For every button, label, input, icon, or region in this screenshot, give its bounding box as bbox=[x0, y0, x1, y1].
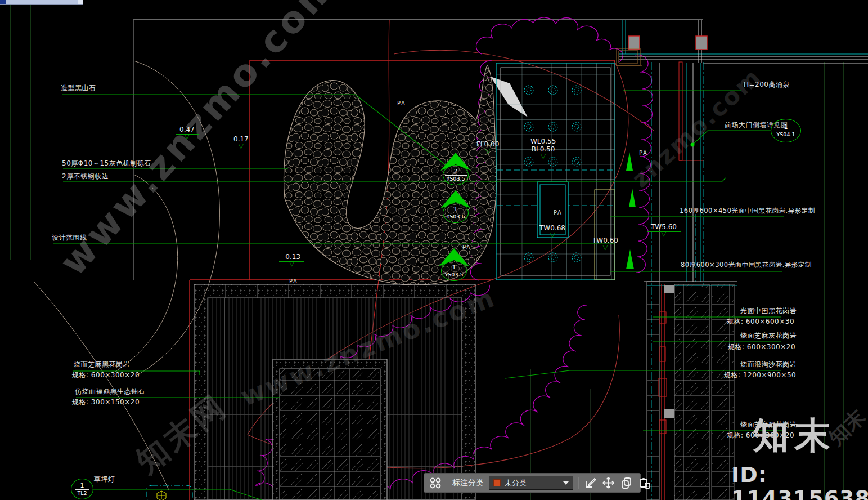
label-eco-stone-spec: 规格: 300×150×20 bbox=[72, 399, 140, 406]
section-marker: 2YS03.5 bbox=[440, 152, 471, 185]
wall-pad bbox=[664, 409, 674, 418]
label-fountain: H=200高涌泉 bbox=[744, 81, 790, 88]
label-lawn-lamp: 草坪灯 bbox=[94, 476, 115, 483]
label-granite-160: 160厚600×450光面中国黑花岗岩,异形定制 bbox=[680, 207, 815, 215]
elevation-marker: TW0.68▽ bbox=[536, 225, 569, 238]
cad-viewport[interactable]: www.znzmo.com www.znzmo.com 知末网 znzmo.co… bbox=[0, 0, 868, 500]
apps-icon[interactable] bbox=[429, 475, 442, 490]
triangle-icon: ▽ bbox=[550, 233, 555, 238]
elevation-marker: FL0.00▽ bbox=[473, 141, 503, 154]
shrub-markers bbox=[626, 152, 636, 269]
copy-icon[interactable] bbox=[620, 475, 633, 490]
window-titlebar-sliver bbox=[0, 0, 83, 5]
elevation-marker: TW0.60▽ bbox=[588, 237, 622, 250]
paste-icon[interactable] bbox=[638, 475, 651, 490]
triangle-icon: ▽ bbox=[185, 134, 190, 139]
category-dropdown[interactable]: 未分类 bbox=[489, 476, 573, 490]
window-icon bbox=[0, 0, 6, 4]
site-logo: 知末 bbox=[753, 417, 836, 454]
elevation-marker: -0.13▽ bbox=[279, 253, 304, 266]
elevation-marker: 0.17▽ bbox=[230, 136, 253, 149]
label-sesame-grey-spec: 规格: 600×300×20 bbox=[728, 343, 795, 351]
label-china-black-spec: 规格: 600×600×30 bbox=[727, 318, 794, 325]
center-inlay-paving bbox=[273, 359, 387, 500]
triangle-icon: ▽ bbox=[239, 144, 244, 149]
detail-bubble: 1YS04.1 bbox=[771, 119, 801, 142]
pa-label: PA bbox=[554, 209, 562, 216]
elevation-marker: TW5.60▽ bbox=[647, 224, 681, 236]
gate-pier bbox=[696, 36, 707, 50]
elevation-marker: 0.47▽ bbox=[176, 126, 199, 139]
edit-icon[interactable] bbox=[584, 475, 597, 490]
toolbar-divider bbox=[447, 477, 447, 489]
label-langtaosha: 烧面浪淘沙花岗岩 bbox=[740, 361, 797, 368]
pa-label: PA bbox=[289, 278, 298, 284]
wall-section-strip bbox=[644, 282, 737, 500]
label-gravel: 50厚Φ10～15灰色机制砾石 bbox=[62, 160, 151, 167]
triangle-icon: ▽ bbox=[289, 261, 294, 266]
triangle-icon: ▽ bbox=[602, 245, 608, 250]
pa-label: PA bbox=[397, 100, 406, 106]
chevron-down-icon bbox=[563, 481, 569, 485]
rockery-pebble-area bbox=[284, 65, 528, 285]
annotation-toolbar: 标注分类 未分类 bbox=[424, 473, 641, 493]
label-sesame-grey: 烧面芝麻灰花岗岩 bbox=[740, 332, 797, 340]
section-marker: 1YS03.5 bbox=[438, 248, 470, 281]
triangle-icon: ▽ bbox=[485, 149, 491, 154]
label-granite-80: 80厚600×300光面中国黑花岗岩,异形定制 bbox=[681, 261, 812, 269]
toolbar-divider bbox=[578, 477, 579, 489]
label-granite-black-burnt-spec: 规格: 600×300×20 bbox=[72, 372, 140, 379]
cad-drawing bbox=[0, 0, 868, 500]
triangle-icon: ▽ bbox=[661, 231, 666, 236]
leader-dot bbox=[691, 143, 695, 147]
bottom-plaza-paving bbox=[194, 284, 475, 500]
label-eco-stone: 仿烧面福鼎黑生态铀石 bbox=[75, 388, 145, 395]
section-marker: 1YS03.6 bbox=[440, 190, 471, 223]
resource-id: ID: 1143156384 bbox=[731, 463, 868, 500]
detail-bubble: 1TL2 bbox=[71, 479, 93, 499]
titlebar-cap bbox=[78, 0, 83, 4]
lawn-lamp-symbol bbox=[146, 485, 192, 500]
pa-label: PA bbox=[639, 150, 647, 156]
label-granite-black-burnt: 烧面芝麻黑花岗岩 bbox=[74, 361, 130, 368]
triangle-icon: ▽ bbox=[541, 154, 546, 159]
category-label: 标注分类 bbox=[452, 478, 484, 488]
dropdown-value: 未分类 bbox=[505, 478, 559, 488]
label-china-black: 光面中国黑花岗岩 bbox=[740, 307, 797, 315]
wall-pad bbox=[664, 285, 674, 293]
label-shaped-rock: 造型黑山石 bbox=[61, 84, 96, 92]
label-steel-edge: 2厚不锈钢收边 bbox=[62, 173, 109, 180]
move-icon[interactable] bbox=[602, 475, 615, 490]
color-swatch bbox=[493, 479, 501, 486]
elevation-marker: WL0.55 BL0.50▽ bbox=[527, 138, 560, 159]
gate-pier bbox=[628, 36, 640, 50]
label-langtaosha-spec: 规格: 1200×900×50 bbox=[724, 372, 796, 379]
label-design-boundary: 设计范围线 bbox=[52, 234, 87, 242]
